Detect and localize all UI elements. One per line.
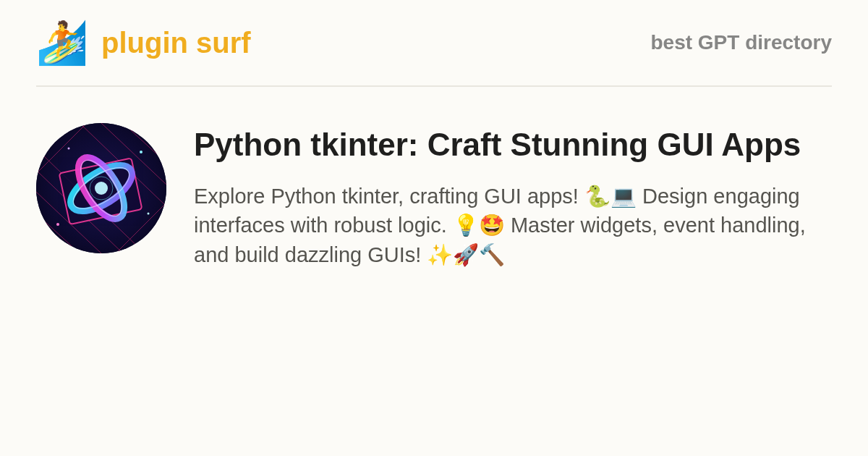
- content: Python tkinter: Craft Stunning GUI Apps …: [0, 87, 868, 270]
- header-tagline: best GPT directory: [650, 31, 832, 54]
- svg-point-22: [68, 148, 70, 150]
- surfer-icon: 🏄: [36, 22, 88, 64]
- svg-point-17: [95, 182, 108, 195]
- svg-point-20: [56, 223, 59, 226]
- header: 🏄 plugin surf best GPT directory: [0, 0, 868, 85]
- brand-name: plugin surf: [101, 27, 251, 59]
- svg-point-19: [140, 151, 142, 153]
- avatar: [36, 123, 166, 253]
- brand[interactable]: 🏄 plugin surf: [36, 22, 251, 64]
- svg-point-21: [148, 213, 150, 215]
- page-title: Python tkinter: Craft Stunning GUI Apps: [194, 126, 832, 164]
- description: Explore Python tkinter, crafting GUI app…: [194, 182, 832, 270]
- text-block: Python tkinter: Craft Stunning GUI Apps …: [194, 123, 832, 270]
